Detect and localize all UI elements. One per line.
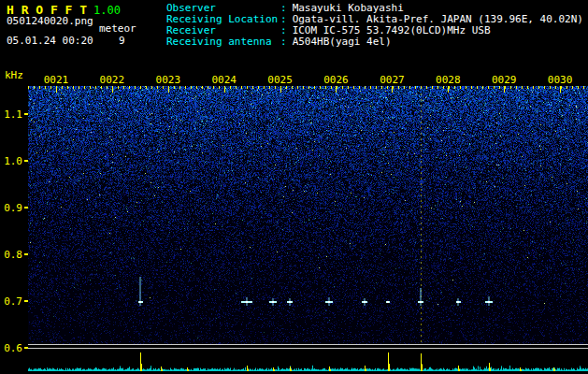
time-label: 0026 — [308, 74, 365, 86]
freq-axis-tick — [24, 300, 28, 302]
time-label: 0023 — [140, 74, 196, 86]
freq-label: 0.7 — [0, 295, 22, 308]
time-label: 0028 — [420, 74, 476, 86]
meteor-count-label: meteor — [99, 22, 136, 35]
separator-line — [28, 344, 588, 345]
time-label: 0022 — [84, 74, 140, 86]
amplitude-canvas — [28, 349, 588, 371]
freq-axis-tick — [24, 160, 28, 162]
station-info-row: Receiving antenna:A504HB(yagi 4el) — [166, 36, 583, 48]
output-filename: 0501240020.png — [7, 15, 93, 27]
freq-label: 1.1 — [0, 108, 22, 121]
time-label: 0025 — [252, 74, 308, 86]
station-info: Observer:Masayuki Kobayashi Receiving Lo… — [166, 3, 583, 48]
freq-label: 0.6 — [0, 342, 22, 354]
info-colon: : — [280, 36, 287, 48]
time-label: 0027 — [364, 74, 420, 86]
freq-axis-tick — [24, 207, 28, 209]
info-value: A504HB(yagi 4el) — [287, 36, 392, 48]
spectrogram-canvas — [28, 86, 588, 345]
freq-label: 1.0 — [0, 155, 22, 167]
hrofft-output-window: H R O F F T 1.00 0501240020.png meteor 0… — [0, 0, 588, 374]
observation-datetime: 05.01.24 00:20 — [7, 35, 93, 47]
app-version: 1.00 — [93, 4, 121, 17]
freq-axis-tick — [24, 253, 28, 255]
time-axis: 0021 0022 0023 0024 0025 0026 0027 0028 … — [28, 74, 588, 86]
freq-label: 0.8 — [0, 249, 22, 261]
time-label: 0029 — [476, 74, 532, 86]
info-label: Receiving antenna — [166, 36, 280, 48]
time-label: 0024 — [196, 74, 252, 86]
freq-unit-label: kHz — [5, 69, 23, 81]
freq-axis-tick — [24, 113, 28, 115]
time-label: 0021 — [28, 74, 84, 86]
time-label: 0030 — [532, 74, 588, 86]
freq-label: 0.9 — [0, 202, 22, 214]
meteor-count-value: 9 — [119, 35, 125, 47]
